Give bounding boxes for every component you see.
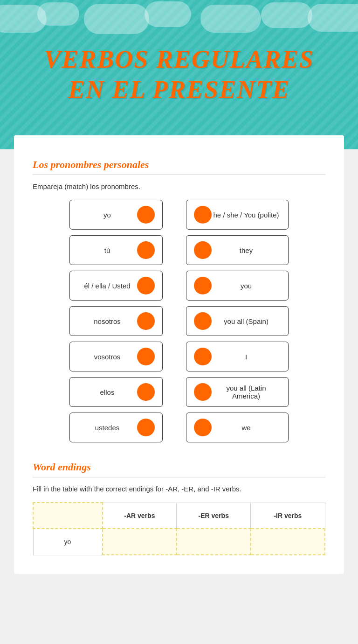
right-box-7[interactable]: we bbox=[186, 413, 289, 442]
left-box-7[interactable]: ustedes bbox=[69, 413, 163, 442]
dot-left-1[interactable] bbox=[137, 206, 155, 224]
word-endings-instruction: Fill in the table with the correct endin… bbox=[33, 485, 325, 493]
left-box-4[interactable]: nosotros bbox=[69, 306, 163, 336]
left-text-3: él / ella / Usted bbox=[77, 282, 137, 290]
left-text-7: ustedes bbox=[77, 424, 137, 432]
matching-row-3: él / ella / Usted you bbox=[33, 271, 325, 301]
yo-er-cell[interactable] bbox=[177, 529, 251, 555]
dot-left-6[interactable] bbox=[137, 383, 155, 401]
table-row-yo: yo bbox=[33, 529, 325, 555]
matching-row-7: ustedes we bbox=[33, 413, 325, 442]
cloud-7 bbox=[308, 4, 358, 32]
dot-right-4[interactable] bbox=[194, 312, 212, 330]
left-text-2: tú bbox=[77, 246, 137, 254]
right-text-7: we bbox=[212, 424, 281, 432]
pronouns-section: Los pronombres personales Empareja (matc… bbox=[33, 159, 325, 442]
left-box-5[interactable]: vosotros bbox=[69, 342, 163, 371]
matching-row-4: nosotros you all (Spain) bbox=[33, 306, 325, 336]
table-header-row: -AR verbs -ER verbs -IR verbs bbox=[33, 503, 325, 529]
cloud-4 bbox=[145, 1, 191, 27]
cloud-5 bbox=[200, 5, 261, 33]
left-box-3[interactable]: él / ella / Usted bbox=[69, 271, 163, 301]
left-text-5: vosotros bbox=[77, 353, 137, 361]
section1-divider bbox=[33, 175, 325, 175]
matching-row-2: tú they bbox=[33, 235, 325, 265]
word-endings-title: Word endings bbox=[33, 461, 325, 473]
table-header-ar: -AR verbs bbox=[103, 503, 177, 529]
row-label-yo: yo bbox=[33, 529, 103, 555]
right-box-4[interactable]: you all (Spain) bbox=[186, 306, 289, 336]
yo-ir-cell[interactable] bbox=[251, 529, 325, 555]
right-text-5: I bbox=[212, 353, 281, 361]
left-text-1: yo bbox=[77, 211, 137, 219]
dot-left-2[interactable] bbox=[137, 241, 155, 259]
right-text-6: you all (Latin America) bbox=[212, 384, 281, 400]
dot-left-4[interactable] bbox=[137, 312, 155, 330]
page-header: Verbos Regulares en el Presente bbox=[0, 0, 358, 149]
right-text-3: you bbox=[212, 282, 281, 290]
matching-row-1: yo he / she / You (polite) bbox=[33, 200, 325, 230]
left-box-1[interactable]: yo bbox=[69, 200, 163, 230]
right-text-2: they bbox=[212, 246, 281, 254]
matching-row-6: ellos you all (Latin America) bbox=[33, 377, 325, 407]
right-box-6[interactable]: you all (Latin America) bbox=[186, 377, 289, 407]
right-box-2[interactable]: they bbox=[186, 235, 289, 265]
pronouns-instruction: Empareja (match) los pronombres. bbox=[33, 182, 325, 190]
word-endings-section: Word endings Fill in the table with the … bbox=[33, 461, 325, 555]
cloud-3 bbox=[84, 4, 149, 34]
right-text-4: you all (Spain) bbox=[212, 317, 281, 325]
main-content: Los pronombres personales Empareja (matc… bbox=[14, 135, 344, 574]
cloud-2 bbox=[37, 2, 79, 26]
dot-right-5[interactable] bbox=[194, 348, 212, 365]
section2-divider bbox=[33, 477, 325, 477]
yo-ar-cell[interactable] bbox=[103, 529, 177, 555]
left-text-6: ellos bbox=[77, 388, 137, 396]
right-box-3[interactable]: you bbox=[186, 271, 289, 301]
right-text-1: he / she / You (polite) bbox=[212, 211, 281, 219]
verb-endings-table: -AR verbs -ER verbs -IR verbs yo bbox=[33, 502, 325, 555]
cloud-6 bbox=[261, 2, 312, 28]
left-box-6[interactable]: ellos bbox=[69, 377, 163, 407]
page-title: Verbos Regulares en el Presente bbox=[34, 35, 324, 114]
matching-row-5: vosotros I bbox=[33, 342, 325, 371]
dot-right-3[interactable] bbox=[194, 277, 212, 294]
right-box-1[interactable]: he / she / You (polite) bbox=[186, 200, 289, 230]
dot-left-3[interactable] bbox=[137, 277, 155, 294]
right-box-5[interactable]: I bbox=[186, 342, 289, 371]
table-header-ir: -IR verbs bbox=[251, 503, 325, 529]
dot-right-6[interactable] bbox=[194, 383, 212, 401]
dot-left-5[interactable] bbox=[137, 348, 155, 365]
cloud-decoration bbox=[0, 0, 358, 37]
dot-right-1[interactable] bbox=[194, 206, 212, 224]
matching-pairs: yo he / she / You (polite) tú th bbox=[33, 200, 325, 442]
table-header-empty bbox=[33, 503, 103, 529]
pronouns-section-title: Los pronombres personales bbox=[33, 159, 325, 171]
left-box-2[interactable]: tú bbox=[69, 235, 163, 265]
table-header-er: -ER verbs bbox=[177, 503, 251, 529]
dot-right-7[interactable] bbox=[194, 419, 212, 436]
dot-right-2[interactable] bbox=[194, 241, 212, 259]
left-text-4: nosotros bbox=[77, 317, 137, 325]
dot-left-7[interactable] bbox=[137, 419, 155, 436]
